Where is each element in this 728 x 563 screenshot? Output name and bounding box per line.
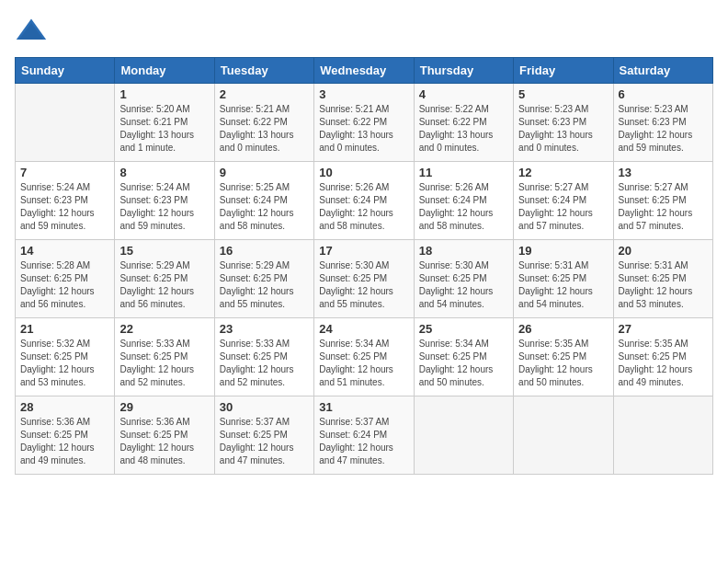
day-cell: 10Sunrise: 5:26 AMSunset: 6:24 PMDayligh… [314, 162, 414, 240]
day-cell: 17Sunrise: 5:30 AMSunset: 6:25 PMDayligh… [314, 240, 414, 318]
day-number: 10 [319, 166, 408, 179]
day-cell: 26Sunrise: 5:35 AMSunset: 6:25 PMDayligh… [514, 318, 613, 396]
day-number: 12 [518, 166, 608, 179]
day-number: 14 [20, 244, 109, 258]
day-info: Sunrise: 5:37 AMSunset: 6:24 PMDaylight:… [319, 416, 408, 467]
day-number: 17 [319, 244, 408, 258]
day-cell: 22Sunrise: 5:33 AMSunset: 6:25 PMDayligh… [115, 318, 214, 396]
page-header [15, 15, 713, 48]
header-thursday: Thursday [414, 58, 513, 84]
day-number: 5 [518, 87, 608, 101]
day-number: 27 [619, 322, 708, 336]
day-info: Sunrise: 5:33 AMSunset: 6:25 PMDaylight:… [119, 338, 209, 389]
header-saturday: Saturday [613, 58, 712, 84]
header-wednesday: Wednesday [314, 58, 414, 84]
day-info: Sunrise: 5:21 AMSunset: 6:22 PMDaylight:… [220, 103, 309, 155]
day-info: Sunrise: 5:21 AMSunset: 6:22 PMDaylight:… [319, 103, 408, 155]
day-info: Sunrise: 5:23 AMSunset: 6:23 PMDaylight:… [619, 103, 708, 155]
day-info: Sunrise: 5:29 AMSunset: 6:25 PMDaylight:… [119, 259, 209, 311]
day-info: Sunrise: 5:22 AMSunset: 6:22 PMDaylight:… [419, 103, 508, 155]
day-cell: 13Sunrise: 5:27 AMSunset: 6:25 PMDayligh… [613, 162, 712, 240]
day-cell: 14Sunrise: 5:28 AMSunset: 6:25 PMDayligh… [16, 240, 115, 318]
day-cell: 15Sunrise: 5:29 AMSunset: 6:25 PMDayligh… [115, 240, 214, 318]
day-cell: 2Sunrise: 5:21 AMSunset: 6:22 PMDaylight… [214, 84, 313, 162]
day-number: 25 [419, 322, 508, 336]
day-number: 30 [220, 400, 309, 414]
day-cell: 16Sunrise: 5:29 AMSunset: 6:25 PMDayligh… [214, 240, 313, 318]
day-info: Sunrise: 5:20 AMSunset: 6:21 PMDaylight:… [119, 103, 209, 155]
day-number: 15 [119, 244, 209, 258]
day-info: Sunrise: 5:35 AMSunset: 6:25 PMDaylight:… [619, 338, 708, 389]
day-number: 28 [20, 400, 109, 414]
day-info: Sunrise: 5:29 AMSunset: 6:25 PMDaylight:… [220, 259, 309, 311]
day-info: Sunrise: 5:24 AMSunset: 6:23 PMDaylight:… [20, 181, 109, 233]
week-row-2: 7Sunrise: 5:24 AMSunset: 6:23 PMDaylight… [16, 162, 713, 240]
day-number: 3 [319, 87, 408, 101]
day-cell: 9Sunrise: 5:25 AMSunset: 6:24 PMDaylight… [214, 162, 313, 240]
logo [15, 15, 51, 48]
day-number: 2 [220, 87, 309, 101]
day-number: 8 [119, 166, 209, 179]
day-info: Sunrise: 5:35 AMSunset: 6:25 PMDaylight:… [518, 338, 608, 389]
day-number: 19 [518, 244, 608, 258]
day-cell [514, 396, 613, 475]
day-info: Sunrise: 5:34 AMSunset: 6:25 PMDaylight:… [419, 338, 508, 389]
week-row-3: 14Sunrise: 5:28 AMSunset: 6:25 PMDayligh… [16, 240, 713, 318]
day-cell: 25Sunrise: 5:34 AMSunset: 6:25 PMDayligh… [414, 318, 513, 396]
day-number: 31 [319, 400, 408, 414]
day-info: Sunrise: 5:28 AMSunset: 6:25 PMDaylight:… [20, 259, 109, 311]
day-cell: 21Sunrise: 5:32 AMSunset: 6:25 PMDayligh… [16, 318, 115, 396]
day-cell [414, 396, 513, 475]
day-number: 1 [119, 87, 209, 101]
day-cell: 4Sunrise: 5:22 AMSunset: 6:22 PMDaylight… [414, 84, 513, 162]
day-cell: 12Sunrise: 5:27 AMSunset: 6:24 PMDayligh… [514, 162, 613, 240]
calendar-header-row: SundayMondayTuesdayWednesdayThursdayFrid… [16, 58, 713, 84]
day-number: 26 [518, 322, 608, 336]
day-info: Sunrise: 5:36 AMSunset: 6:25 PMDaylight:… [119, 416, 209, 467]
day-info: Sunrise: 5:37 AMSunset: 6:25 PMDaylight:… [220, 416, 309, 467]
day-number: 20 [619, 244, 708, 258]
day-cell: 30Sunrise: 5:37 AMSunset: 6:25 PMDayligh… [214, 396, 313, 475]
day-cell: 11Sunrise: 5:26 AMSunset: 6:24 PMDayligh… [414, 162, 513, 240]
day-number: 23 [220, 322, 309, 336]
day-number: 6 [619, 87, 708, 101]
day-cell: 18Sunrise: 5:30 AMSunset: 6:25 PMDayligh… [414, 240, 513, 318]
header-monday: Monday [115, 58, 214, 84]
week-row-5: 28Sunrise: 5:36 AMSunset: 6:25 PMDayligh… [16, 396, 713, 475]
calendar-table: SundayMondayTuesdayWednesdayThursdayFrid… [15, 57, 713, 475]
day-info: Sunrise: 5:30 AMSunset: 6:25 PMDaylight:… [319, 259, 408, 311]
day-cell: 28Sunrise: 5:36 AMSunset: 6:25 PMDayligh… [16, 396, 115, 475]
day-number: 18 [419, 244, 508, 258]
day-number: 16 [220, 244, 309, 258]
day-info: Sunrise: 5:30 AMSunset: 6:25 PMDaylight:… [419, 259, 508, 311]
day-cell: 20Sunrise: 5:31 AMSunset: 6:25 PMDayligh… [613, 240, 712, 318]
day-cell: 6Sunrise: 5:23 AMSunset: 6:23 PMDaylight… [613, 84, 712, 162]
day-info: Sunrise: 5:36 AMSunset: 6:25 PMDaylight:… [20, 416, 109, 467]
day-number: 4 [419, 87, 508, 101]
day-info: Sunrise: 5:27 AMSunset: 6:25 PMDaylight:… [619, 181, 708, 233]
day-cell: 31Sunrise: 5:37 AMSunset: 6:24 PMDayligh… [314, 396, 414, 475]
day-number: 7 [20, 166, 109, 179]
day-cell: 5Sunrise: 5:23 AMSunset: 6:23 PMDaylight… [514, 84, 613, 162]
day-cell: 29Sunrise: 5:36 AMSunset: 6:25 PMDayligh… [115, 396, 214, 475]
day-info: Sunrise: 5:32 AMSunset: 6:25 PMDaylight:… [20, 338, 109, 389]
week-row-1: 1Sunrise: 5:20 AMSunset: 6:21 PMDaylight… [16, 84, 713, 162]
day-info: Sunrise: 5:24 AMSunset: 6:23 PMDaylight:… [119, 181, 209, 233]
header-friday: Friday [514, 58, 613, 84]
week-row-4: 21Sunrise: 5:32 AMSunset: 6:25 PMDayligh… [16, 318, 713, 396]
day-info: Sunrise: 5:33 AMSunset: 6:25 PMDaylight:… [220, 338, 309, 389]
day-info: Sunrise: 5:27 AMSunset: 6:24 PMDaylight:… [518, 181, 608, 233]
day-number: 24 [319, 322, 408, 336]
day-cell: 19Sunrise: 5:31 AMSunset: 6:25 PMDayligh… [514, 240, 613, 318]
day-number: 13 [619, 166, 708, 179]
day-cell: 27Sunrise: 5:35 AMSunset: 6:25 PMDayligh… [613, 318, 712, 396]
day-info: Sunrise: 5:26 AMSunset: 6:24 PMDaylight:… [319, 181, 408, 233]
day-cell: 3Sunrise: 5:21 AMSunset: 6:22 PMDaylight… [314, 84, 414, 162]
day-number: 11 [419, 166, 508, 179]
day-cell: 24Sunrise: 5:34 AMSunset: 6:25 PMDayligh… [314, 318, 414, 396]
day-number: 29 [119, 400, 209, 414]
header-sunday: Sunday [16, 58, 115, 84]
day-number: 9 [220, 166, 309, 179]
day-cell: 8Sunrise: 5:24 AMSunset: 6:23 PMDaylight… [115, 162, 214, 240]
day-info: Sunrise: 5:31 AMSunset: 6:25 PMDaylight:… [518, 259, 608, 311]
